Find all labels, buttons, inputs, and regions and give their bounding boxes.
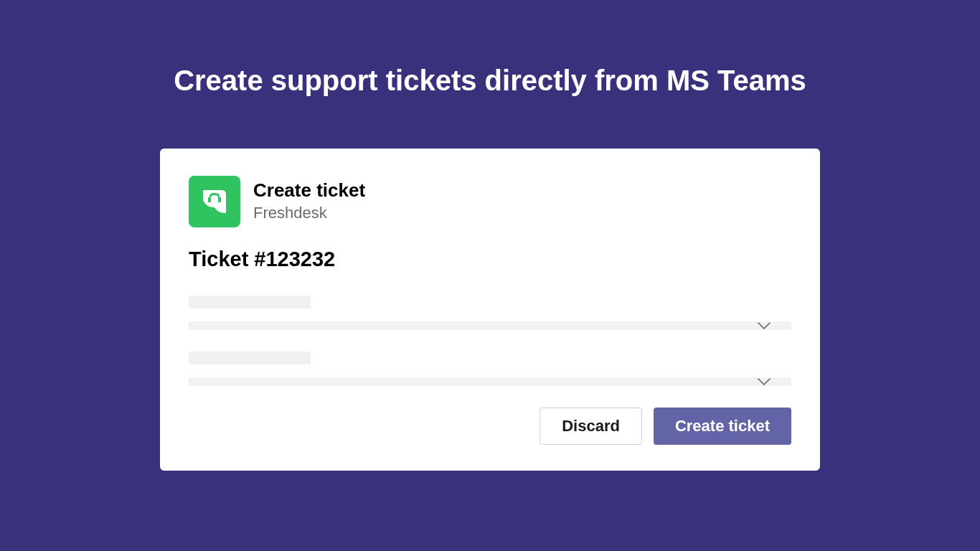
dropdown-field-2[interactable] bbox=[189, 377, 791, 386]
ticket-heading: Ticket #123232 bbox=[189, 248, 791, 271]
header-text: Create ticket Freshdesk bbox=[253, 179, 365, 224]
page-title: Create support tickets directly from MS … bbox=[174, 65, 806, 97]
create-ticket-button[interactable]: Create ticket bbox=[654, 408, 791, 445]
dropdown-field-1[interactable] bbox=[189, 321, 791, 330]
discard-button[interactable]: Discard bbox=[540, 408, 642, 445]
field-label-placeholder bbox=[189, 352, 311, 364]
field-group-2 bbox=[189, 352, 791, 386]
chevron-down-icon bbox=[757, 321, 771, 330]
card-header: Create ticket Freshdesk bbox=[189, 176, 791, 227]
field-label-placeholder bbox=[189, 296, 311, 309]
create-ticket-card: Create ticket Freshdesk Ticket #123232 D… bbox=[160, 149, 820, 471]
card-subtitle: Freshdesk bbox=[253, 202, 365, 225]
chevron-down-icon bbox=[757, 377, 771, 386]
field-group-1 bbox=[189, 296, 791, 330]
freshdesk-icon bbox=[189, 176, 240, 227]
button-row: Discard Create ticket bbox=[189, 408, 791, 445]
card-title: Create ticket bbox=[253, 179, 365, 202]
